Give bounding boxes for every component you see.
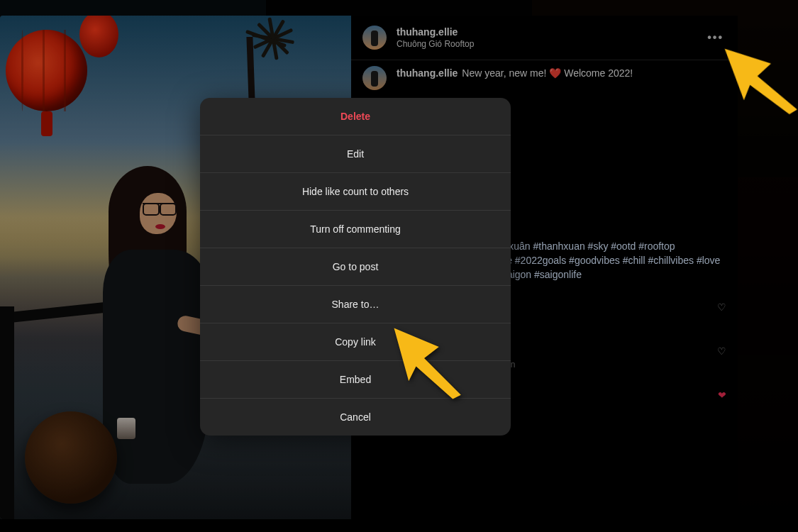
menu-item-share-to[interactable]: Share to… bbox=[200, 286, 511, 323]
menu-item-delete[interactable]: Delete bbox=[200, 98, 511, 135]
menu-item-cancel[interactable]: Cancel bbox=[200, 399, 511, 436]
menu-item-hide-like-count[interactable]: Hide like count to others bbox=[200, 173, 511, 211]
menu-item-go-to-post[interactable]: Go to post bbox=[200, 248, 511, 286]
svg-marker-1 bbox=[725, 43, 798, 119]
menu-item-edit[interactable]: Edit bbox=[200, 135, 511, 173]
annotation-arrow-copy-link bbox=[386, 320, 467, 401]
svg-marker-0 bbox=[394, 328, 461, 399]
annotation-arrow-more-options bbox=[716, 34, 798, 123]
menu-item-turn-off-commenting[interactable]: Turn off commenting bbox=[200, 211, 511, 248]
